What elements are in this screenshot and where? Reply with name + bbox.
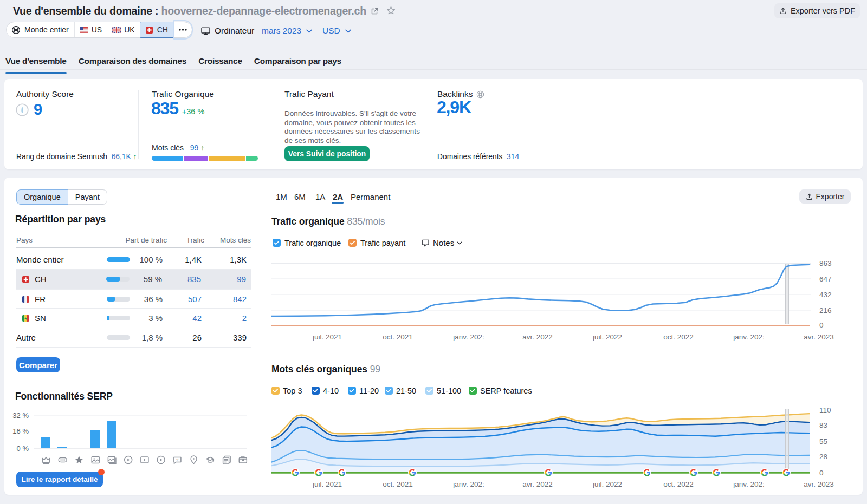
svg-text:647: 647	[819, 275, 832, 283]
svg-text:juil. 2021: juil. 2021	[312, 480, 342, 488]
svg-text:0: 0	[819, 321, 824, 329]
svg-text:?: ?	[176, 458, 178, 462]
svg-text:oct. 2021: oct. 2021	[383, 333, 413, 341]
svg-text:110: 110	[819, 406, 831, 414]
svg-text:216: 216	[819, 306, 832, 315]
svg-text:oct. 2021: oct. 2021	[383, 480, 413, 488]
svg-text:juil. 2021: juil. 2021	[312, 333, 342, 341]
svg-text:16 %: 16 %	[12, 427, 29, 435]
svg-text:juil. 2022: juil. 2022	[592, 480, 622, 488]
svg-text:janv. 202:: janv. 202:	[452, 333, 484, 341]
svg-text:oct. 2022: oct. 2022	[663, 333, 694, 341]
svg-text:32 %: 32 %	[12, 411, 29, 420]
svg-text:avr. 2023: avr. 2023	[804, 333, 834, 341]
svg-text:83: 83	[819, 421, 827, 429]
svg-text:avr. 2022: avr. 2022	[522, 333, 553, 341]
svg-text:863: 863	[819, 259, 832, 267]
svg-text:juil. 2022: juil. 2022	[592, 333, 622, 341]
svg-text:oct. 2022: oct. 2022	[663, 480, 694, 488]
svg-text:janv. 202:: janv. 202:	[733, 480, 765, 488]
svg-text:janv. 202:: janv. 202:	[733, 333, 765, 341]
svg-text:avr. 2022: avr. 2022	[522, 480, 553, 488]
svg-text:0 %: 0 %	[17, 444, 29, 453]
svg-text:55: 55	[819, 437, 827, 446]
svg-text:avr. 2023: avr. 2023	[804, 480, 834, 488]
svg-text:432: 432	[819, 291, 832, 299]
svg-text:0: 0	[819, 469, 824, 477]
svg-text:janv. 202:: janv. 202:	[452, 480, 484, 488]
svg-text:28: 28	[819, 453, 827, 461]
